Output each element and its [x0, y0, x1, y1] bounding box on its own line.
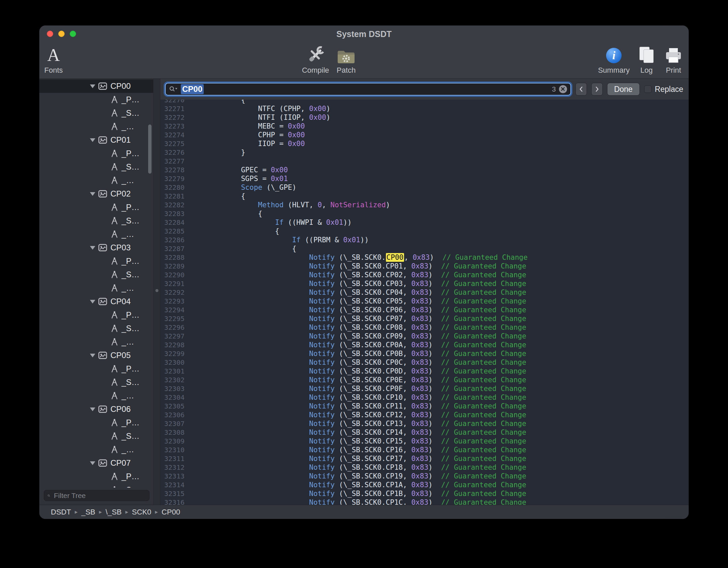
replace-checkbox[interactable]: [644, 85, 652, 93]
method-icon: [111, 257, 118, 265]
method-icon: [111, 284, 118, 292]
breadcrumb-item[interactable]: \_SB: [106, 508, 122, 517]
disclosure-triangle-icon[interactable]: [90, 138, 95, 142]
line-number: 32279: [160, 174, 190, 183]
find-previous-button[interactable]: [575, 83, 587, 96]
sidebar-scrollbar[interactable]: [148, 125, 152, 174]
tree-item-cp04[interactable]: CP04: [39, 295, 153, 308]
disclosure-triangle-icon[interactable]: [90, 246, 95, 250]
method-icon: [111, 163, 118, 171]
tree-item-cp05[interactable]: CP05: [39, 349, 153, 362]
tree-item-cp01-child[interactable]: _…: [39, 174, 153, 187]
tree-item-cp06-child[interactable]: _S…: [39, 429, 153, 443]
tree-item-label: _…: [122, 391, 134, 400]
tree-item-cp02-child[interactable]: _…: [39, 227, 153, 241]
tree-item-cp04-child[interactable]: _…: [39, 335, 153, 349]
fonts-button[interactable]: A Fonts: [44, 44, 63, 75]
tree-item-cp01[interactable]: CP01: [39, 133, 153, 147]
line-number: 32287: [160, 244, 190, 253]
device-icon: [98, 405, 107, 413]
log-button[interactable]: Log: [638, 44, 655, 75]
tree-item-cp06-child[interactable]: _P…: [39, 416, 153, 429]
tree-item-cp05-child[interactable]: _S…: [39, 376, 153, 389]
summary-button[interactable]: i Summary: [598, 44, 630, 75]
filter-tree-input[interactable]: [53, 491, 146, 500]
code-line: 32294 Notify (\_SB.SCK0.CP06, 0x83) // G…: [160, 306, 689, 314]
zoom-button[interactable]: [70, 31, 76, 37]
disclosure-triangle-icon[interactable]: [90, 192, 95, 196]
minimize-button[interactable]: [58, 31, 65, 37]
compile-label: Compile: [302, 66, 329, 75]
tree-item-label: CP05: [110, 351, 131, 360]
clear-search-button[interactable]: ✕: [559, 85, 567, 93]
tree-item-cp05-child[interactable]: _P…: [39, 362, 153, 376]
find-next-button[interactable]: [591, 83, 603, 96]
line-number: 32293: [160, 297, 190, 306]
tree-item-cp07-child[interactable]: _S…: [39, 483, 153, 488]
code-line: 32285 {: [160, 227, 689, 236]
device-icon: [98, 352, 107, 359]
tree-item-label: CP07: [110, 458, 131, 468]
tree-item-cp04-child[interactable]: _P…: [39, 308, 153, 322]
split-divider[interactable]: [153, 79, 160, 505]
code-line: 32278 GPEC = 0x00: [160, 166, 689, 174]
tree-item-cp00-child[interactable]: _P…: [39, 93, 153, 106]
tree-item-cp01-child[interactable]: _P…: [39, 147, 153, 160]
breadcrumb-item[interactable]: SCK0: [132, 508, 151, 517]
done-button[interactable]: Done: [607, 83, 640, 96]
tree-item-cp07[interactable]: CP07: [39, 456, 153, 470]
method-icon: [111, 324, 118, 332]
breadcrumb-item[interactable]: CP00: [162, 508, 180, 517]
split-handle-icon[interactable]: [155, 289, 158, 292]
line-number: 32316: [160, 498, 190, 505]
code-line: 32293 Notify (\_SB.SCK0.CP05, 0x83) // G…: [160, 297, 689, 306]
code-line: 32315 Notify (\_SB.SCK0.CP1B, 0x83) // G…: [160, 489, 689, 498]
tree-item-cp02-child[interactable]: _P…: [39, 201, 153, 214]
find-search-field[interactable]: CP00 3 ✕: [165, 83, 571, 96]
code-line: 32310 Notify (\_SB.SCK0.CP16, 0x83) // G…: [160, 446, 689, 454]
disclosure-triangle-icon[interactable]: [90, 461, 95, 465]
breadcrumb-item[interactable]: _SB: [81, 508, 95, 517]
code-editor[interactable]: 32270 {32271 NTFC (CPHP, 0x00)32272 NTFI…: [160, 100, 689, 505]
find-query-text: CP00: [181, 84, 204, 94]
search-menu-icon[interactable]: [169, 86, 178, 93]
tree-item-cp04-child[interactable]: _S…: [39, 322, 153, 335]
sidebar: CP00_P…_S…_…CP01_P…_S…_…CP02_P…_S…_…CP03…: [39, 79, 153, 505]
tree-item-cp06-child[interactable]: _…: [39, 443, 153, 456]
line-number: 32302: [160, 376, 190, 384]
tree-item-cp03-child[interactable]: _S…: [39, 268, 153, 281]
tree-item-cp06[interactable]: CP06: [39, 402, 153, 416]
tree-item-cp03[interactable]: CP03: [39, 241, 153, 254]
compile-button[interactable]: Compile: [302, 44, 329, 75]
tree-item-cp02[interactable]: CP02: [39, 187, 153, 201]
method-icon: [111, 109, 118, 117]
patch-button[interactable]: Patch: [337, 44, 356, 75]
disclosure-triangle-icon[interactable]: [90, 354, 95, 357]
disclosure-triangle-icon[interactable]: [90, 407, 95, 411]
breadcrumb-item[interactable]: DSDT: [51, 508, 71, 517]
tree-item-cp01-child[interactable]: _S…: [39, 160, 153, 174]
code-line: 32297 Notify (\_SB.SCK0.CP09, 0x83) // G…: [160, 332, 689, 341]
disclosure-triangle-icon[interactable]: [90, 300, 95, 304]
line-number: 32300: [160, 358, 190, 367]
tree-item-cp03-child[interactable]: _P…: [39, 254, 153, 268]
method-icon: [111, 96, 118, 104]
disclosure-triangle-icon[interactable]: [90, 84, 95, 88]
tree-item-cp00[interactable]: CP00: [39, 79, 153, 93]
printer-icon: [664, 44, 683, 65]
line-number: 32288: [160, 253, 190, 262]
tree-item-cp00-child[interactable]: _S…: [39, 106, 153, 120]
method-icon: [111, 203, 118, 211]
code-line: 32301 Notify (\_SB.SCK0.CP0D, 0x83) // G…: [160, 367, 689, 376]
code-line: 32309 Notify (\_SB.SCK0.CP15, 0x83) // G…: [160, 437, 689, 446]
match-count: 3: [552, 85, 556, 93]
close-button[interactable]: [47, 31, 53, 37]
tree-item-cp00-child[interactable]: _…: [39, 120, 153, 133]
tree-item-cp02-child[interactable]: _S…: [39, 214, 153, 227]
print-button[interactable]: Print: [664, 44, 683, 75]
tree-item-cp07-child[interactable]: _P…: [39, 470, 153, 483]
filter-tree-field[interactable]: [44, 490, 150, 501]
tree-item-cp05-child[interactable]: _…: [39, 389, 153, 402]
code-line: 32287 {: [160, 244, 689, 253]
tree-item-cp03-child[interactable]: _…: [39, 281, 153, 295]
